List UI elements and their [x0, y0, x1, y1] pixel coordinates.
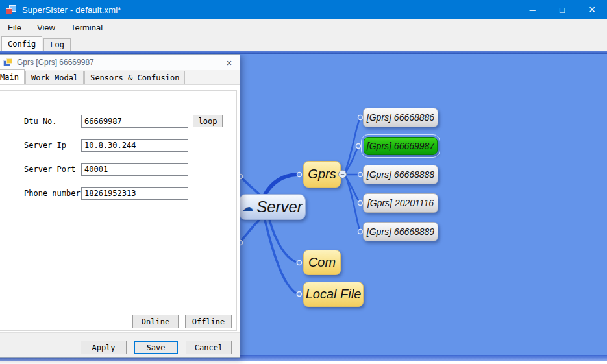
titlebar: SuperSister - default.xml* ─ □ ×	[0, 0, 607, 19]
online-button[interactable]: Online	[132, 315, 179, 328]
maximize-icon[interactable]: □	[547, 0, 577, 19]
tab-config[interactable]: Config	[1, 36, 42, 51]
dialog-title: Gprs [Gprs] 66669987	[17, 58, 94, 67]
leaf-label: [Gprs] 66668889	[367, 226, 434, 237]
dialog-tab-work-modal[interactable]: Work Modal	[25, 71, 84, 84]
server-port-label: Server Port	[24, 163, 75, 176]
menubar: File View Terminal	[0, 19, 607, 36]
save-button[interactable]: Save	[134, 341, 178, 354]
node-gprs-label: Gprs	[308, 167, 336, 182]
offline-button[interactable]: Offline	[185, 315, 232, 328]
collapse-icon[interactable]: −	[338, 170, 347, 178]
node-gprs[interactable]: Gprs	[303, 161, 341, 188]
dialog-tab-main[interactable]: Main	[0, 69, 25, 84]
map-top-border	[0, 51, 607, 54]
node-server[interactable]: ☁ Server	[239, 194, 306, 220]
dialog-tab-sensors-confusion[interactable]: Sensors & Confusion	[84, 71, 185, 84]
dialog-titlebar[interactable]: Gprs [Gprs] 66669987 ×	[0, 55, 240, 70]
dialog-icon	[3, 58, 12, 66]
dialog-close-icon[interactable]: ×	[219, 57, 240, 68]
tab-log[interactable]: Log	[43, 38, 71, 51]
application-window: SuperSister - default.xml* ─ □ × File Vi…	[0, 0, 607, 364]
menu-terminal[interactable]: Terminal	[63, 19, 110, 36]
node-server-label: Server	[256, 198, 303, 216]
phone-number-field[interactable]	[81, 187, 188, 200]
server-port-field[interactable]	[81, 163, 188, 176]
phone-number-label: Phone number	[24, 187, 81, 200]
dialog-tabstrip: Main Work Modal Sensors & Confusion	[0, 70, 240, 85]
menu-view[interactable]: View	[29, 19, 63, 36]
node-local-file-label: Local File	[306, 287, 362, 302]
node-gprs-66669987-selected[interactable]: [Gprs] 66669987	[364, 137, 438, 155]
dtu-no-label: Dtu No.	[24, 115, 57, 128]
leaf-label: [Gprs] 20201116	[367, 198, 434, 208]
node-gprs-66668889[interactable]: [Gprs] 66668889	[363, 222, 438, 241]
leaf-label: [Gprs] 66669987	[367, 141, 434, 151]
node-gprs-66668888[interactable]: [Gprs] 66668888	[363, 165, 438, 184]
server-ip-label: Server Ip	[24, 139, 66, 152]
dtu-no-field[interactable]	[81, 115, 188, 128]
node-gprs-66668886[interactable]: [Gprs] 66668886	[363, 108, 438, 127]
node-gprs-20201116[interactable]: [Gprs] 20201116	[363, 193, 438, 213]
leaf-label: [Gprs] 66668888	[367, 169, 434, 180]
window-controls: ─ □ ×	[517, 0, 607, 19]
server-ip-field[interactable]	[81, 139, 188, 152]
menu-file[interactable]: File	[0, 19, 29, 36]
loop-button[interactable]: loop	[193, 115, 223, 127]
minimize-icon[interactable]: ─	[517, 0, 547, 19]
gprs-dialog: Gprs [Gprs] 66669987 × Main Work Modal S…	[0, 54, 240, 358]
close-icon[interactable]: ×	[577, 0, 607, 19]
cloud-icon: ☁	[242, 202, 253, 213]
node-local-file[interactable]: Local File	[303, 282, 364, 307]
app-icon-front	[6, 8, 12, 14]
node-com[interactable]: Com	[303, 250, 341, 275]
node-com-label: Com	[308, 255, 336, 270]
app-icon	[6, 5, 16, 14]
cancel-button[interactable]: Cancel	[186, 341, 232, 354]
apply-button[interactable]: Apply	[81, 341, 127, 354]
dialog-icon-front	[6, 58, 12, 64]
window-title: SuperSister - default.xml*	[22, 5, 121, 15]
leaf-label: [Gprs] 66668886	[367, 112, 434, 123]
workspace-tabstrip: Config Log	[0, 36, 607, 51]
